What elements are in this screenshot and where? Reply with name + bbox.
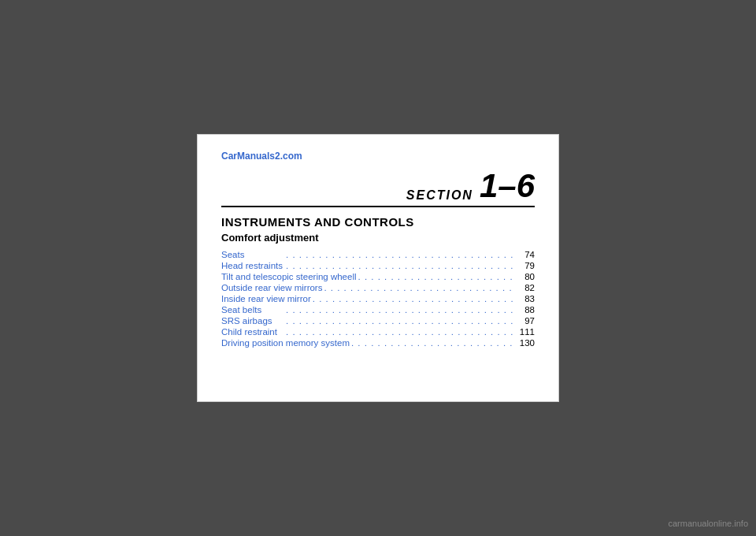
toc-item-dots: . . . . . . . . . . . . . . . . . . . . … bbox=[286, 316, 513, 326]
toc-item[interactable]: Inside rear view mirror . . . . . . . . … bbox=[221, 294, 535, 303]
toc-item-page: 130 bbox=[515, 338, 535, 348]
page-title: INSTRUMENTS AND CONTROLS bbox=[221, 215, 535, 229]
toc-item-page: 97 bbox=[515, 316, 535, 326]
toc-item[interactable]: Head restraints . . . . . . . . . . . . … bbox=[221, 261, 535, 270]
section-header: SECTION 1–6 bbox=[221, 169, 535, 207]
toc-item[interactable]: Child restraint . . . . . . . . . . . . … bbox=[221, 327, 535, 337]
toc-item-page: 88 bbox=[515, 305, 535, 315]
toc-item-dots: . . . . . . . . . . . . . . . . . . . . … bbox=[286, 327, 513, 337]
toc-item[interactable]: Seats . . . . . . . . . . . . . . . . . … bbox=[221, 250, 535, 259]
toc-item-label: SRS airbags bbox=[221, 316, 284, 326]
toc-item-dots: . . . . . . . . . . . . . . . . . . . . … bbox=[313, 294, 513, 303]
toc-item-label: Tilt and telescopic steering wheell bbox=[221, 272, 357, 281]
toc-item[interactable]: Seat belts . . . . . . . . . . . . . . .… bbox=[221, 305, 535, 315]
toc-item-page: 79 bbox=[515, 261, 535, 270]
toc-item[interactable]: Tilt and telescopic steering wheell . . … bbox=[221, 272, 535, 281]
bottom-watermark: carmanualonline.info bbox=[668, 519, 748, 528]
section-subtitle: Comfort adjustment bbox=[221, 232, 535, 244]
toc-item-page: 111 bbox=[515, 327, 535, 337]
toc-item-label: Child restraint bbox=[221, 327, 284, 337]
toc-item-page: 80 bbox=[515, 272, 535, 281]
toc-item-label: Seat belts bbox=[221, 305, 284, 315]
section-label: SECTION bbox=[406, 188, 473, 203]
toc-item-label: Seats bbox=[221, 250, 284, 259]
toc-item-dots: . . . . . . . . . . . . . . . . . . . . … bbox=[286, 261, 513, 270]
toc-item-dots: . . . . . . . . . . . . . . . . . . . . … bbox=[286, 250, 513, 259]
toc-item-dots: . . . . . . . . . . . . . . . . . . . . … bbox=[286, 305, 513, 315]
toc-item-dots: . . . . . . . . . . . . . . . . . . . . … bbox=[351, 338, 513, 348]
toc-item-label: Driving position memory system bbox=[221, 338, 350, 348]
toc-item-dots: . . . . . . . . . . . . . . . . . . . . … bbox=[324, 283, 513, 292]
toc-item-label: Inside rear view mirror bbox=[221, 294, 311, 303]
manual-page: CarManuals2.com SECTION 1–6 INSTRUMENTS … bbox=[197, 134, 559, 402]
toc-item-dots: . . . . . . . . . . . . . . . . . . . . … bbox=[358, 272, 513, 281]
toc-item[interactable]: SRS airbags . . . . . . . . . . . . . . … bbox=[221, 316, 535, 326]
top-watermark[interactable]: CarManuals2.com bbox=[221, 151, 535, 162]
toc-item-label: Head restraints bbox=[221, 261, 284, 270]
toc-item[interactable]: Driving position memory system . . . . .… bbox=[221, 338, 535, 348]
section-number: 1–6 bbox=[480, 169, 535, 203]
toc-item-label: Outside rear view mirrors bbox=[221, 283, 322, 292]
toc-item-page: 82 bbox=[515, 283, 535, 292]
toc-item[interactable]: Outside rear view mirrors . . . . . . . … bbox=[221, 283, 535, 292]
toc-item-page: 83 bbox=[515, 294, 535, 303]
toc-item-page: 74 bbox=[515, 250, 535, 259]
table-of-contents: Seats . . . . . . . . . . . . . . . . . … bbox=[221, 250, 535, 348]
